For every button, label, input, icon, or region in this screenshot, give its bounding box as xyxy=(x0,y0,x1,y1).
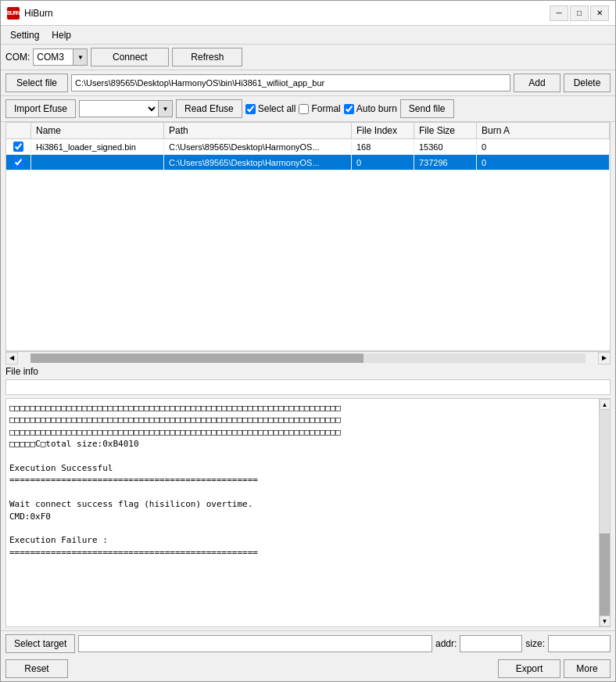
table-row[interactable]: Hi3861_loader_signed.bin C:\Users\89565\… xyxy=(6,139,610,155)
close-button[interactable]: ✕ xyxy=(590,5,609,21)
target-field[interactable] xyxy=(78,635,432,652)
formal-checkbox-label[interactable]: Formal xyxy=(299,103,340,114)
select-all-label: Select all xyxy=(258,103,296,114)
refresh-button[interactable]: Refresh xyxy=(172,48,242,66)
window-controls: ─ □ ✕ xyxy=(550,5,609,21)
row2-burn: 0 xyxy=(477,155,610,170)
title-bar: BURN HiBurn ─ □ ✕ xyxy=(1,1,615,26)
scroll-right-arrow[interactable]: ▶ xyxy=(598,352,611,364)
efuse-select[interactable] xyxy=(80,101,158,117)
formal-checkbox[interactable] xyxy=(299,104,309,114)
scroll-left-arrow[interactable]: ◀ xyxy=(5,352,18,364)
row2-name xyxy=(31,155,164,170)
addr-field[interactable] xyxy=(460,635,522,652)
horizontal-scrollbar[interactable]: ◀ ▶ xyxy=(5,351,611,364)
table-header: Name Path File Index File Size Burn A xyxy=(6,123,610,139)
row1-size: 15360 xyxy=(414,139,477,154)
maximize-button[interactable]: □ xyxy=(570,5,589,21)
main-window: BURN HiBurn ─ □ ✕ Setting Help COM: ▼ Co… xyxy=(0,0,616,682)
scroll-down-arrow[interactable]: ▼ xyxy=(600,616,611,626)
add-button[interactable]: Add xyxy=(514,74,560,92)
h-scroll-thumb xyxy=(30,354,364,363)
com-dropdown[interactable]: ▼ xyxy=(33,48,88,66)
v-scroll-track[interactable] xyxy=(600,410,611,616)
select-file-button[interactable]: Select file xyxy=(5,74,68,92)
th-file-index: File Index xyxy=(352,123,414,138)
minimize-button[interactable]: ─ xyxy=(550,5,568,21)
file-info-label: File info xyxy=(1,364,615,379)
connect-button[interactable]: Connect xyxy=(91,48,169,66)
row1-path: C:\Users\89565\Desktop\HarmonyOS... xyxy=(164,139,352,154)
auto-burn-checkbox[interactable] xyxy=(344,104,354,114)
auto-burn-label: Auto burn xyxy=(356,103,397,114)
th-burn-a: Burn A xyxy=(477,123,610,138)
row1-checkbox[interactable] xyxy=(6,139,31,154)
row1-name: Hi3861_loader_signed.bin xyxy=(31,139,164,154)
row1-index: 168 xyxy=(352,139,414,154)
file-info-bar xyxy=(5,379,611,395)
com-dropdown-arrow[interactable]: ▼ xyxy=(73,49,87,65)
help-menu[interactable]: Help xyxy=(45,28,77,42)
com-toolbar: COM: ▼ Connect Refresh xyxy=(1,45,615,70)
row2-path: C:\Users\89565\Desktop\HarmonyOS... xyxy=(164,155,352,170)
read-efuse-button[interactable]: Read Efuse xyxy=(176,99,242,118)
console-text: □□□□□□□□□□□□□□□□□□□□□□□□□□□□□□□□□□□□□□□□… xyxy=(6,399,599,626)
table-row[interactable]: C:\Users\89565\Desktop\HarmonyOS... 0 73… xyxy=(6,155,610,170)
efuse-dropdown-arrow[interactable]: ▼ xyxy=(158,101,172,117)
row2-index: 0 xyxy=(352,155,414,170)
console-area: □□□□□□□□□□□□□□□□□□□□□□□□□□□□□□□□□□□□□□□□… xyxy=(5,398,611,627)
table-body: Hi3861_loader_signed.bin C:\Users\89565\… xyxy=(6,139,610,350)
app-icon: BURN xyxy=(7,7,20,20)
file-table: Name Path File Index File Size Burn A Hi… xyxy=(5,122,611,351)
file-toolbar: Select file C:\Users\89565\Desktop\Harmo… xyxy=(1,70,615,96)
delete-button[interactable]: Delete xyxy=(564,74,611,92)
send-file-button[interactable]: Send file xyxy=(400,99,454,118)
reset-button[interactable]: Reset xyxy=(5,659,68,678)
select-all-checkbox[interactable] xyxy=(245,104,256,114)
th-name: Name xyxy=(31,123,164,138)
com-input[interactable] xyxy=(34,49,73,65)
console-scrollbar[interactable]: ▲ ▼ xyxy=(599,399,610,626)
menu-bar: Setting Help xyxy=(1,26,615,45)
formal-label: Formal xyxy=(311,103,340,114)
window-title: HiBurn xyxy=(24,8,550,19)
addr-label: addr: xyxy=(435,638,457,649)
select-all-checkbox-label[interactable]: Select all xyxy=(245,103,296,114)
size-label: size: xyxy=(525,638,545,649)
select-target-button[interactable]: Select target xyxy=(5,634,75,653)
th-checkbox xyxy=(6,123,31,138)
row2-checkbox[interactable] xyxy=(6,155,31,170)
setting-menu[interactable]: Setting xyxy=(4,28,45,42)
action-bar: Reset Export More xyxy=(1,656,615,681)
efuse-toolbar: Import Efuse ▼ Read Efuse Select all For… xyxy=(1,96,615,122)
h-scroll-track[interactable] xyxy=(30,354,586,363)
com-label: COM: xyxy=(5,52,30,63)
efuse-dropdown[interactable]: ▼ xyxy=(79,100,173,117)
more-button[interactable]: More xyxy=(564,659,611,678)
export-button[interactable]: Export xyxy=(498,659,560,678)
size-field[interactable] xyxy=(548,635,611,652)
import-efuse-button[interactable]: Import Efuse xyxy=(5,99,76,118)
target-bar: Select target addr: size: xyxy=(1,630,615,656)
th-file-size: File Size xyxy=(414,123,477,138)
row2-size: 737296 xyxy=(414,155,477,170)
row1-burn: 0 xyxy=(477,139,610,154)
scroll-up-arrow[interactable]: ▲ xyxy=(600,399,611,410)
auto-burn-checkbox-label[interactable]: Auto burn xyxy=(344,103,397,114)
th-path: Path xyxy=(164,123,352,138)
v-scroll-thumb xyxy=(600,533,611,616)
file-path-field: C:\Users\89565\Desktop\HarmonyOS\bin\Hi3… xyxy=(71,74,510,92)
